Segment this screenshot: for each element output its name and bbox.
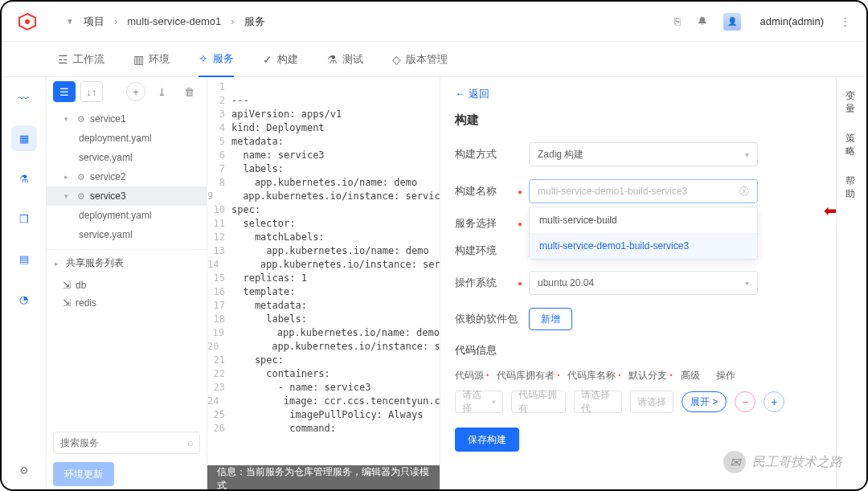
expand-button[interactable]: 展开 > — [682, 391, 727, 412]
code-repo-select[interactable]: 请选择代 — [574, 391, 622, 413]
wechat-icon: ✉ — [723, 451, 746, 473]
dropdown-option-selected[interactable]: multi-service-demo1-build-service3 — [530, 233, 757, 259]
code-branch-select[interactable]: 请选择 — [630, 391, 674, 413]
user-label[interactable]: admin(admin) — [760, 15, 824, 27]
logo-icon — [18, 12, 37, 31]
service-add-button[interactable]: + — [126, 82, 145, 101]
docs-icon[interactable]: ⎘ — [674, 15, 681, 27]
tab-test[interactable]: ⚗测试 — [327, 42, 363, 77]
breadcrumb-page: 服务 — [244, 14, 265, 29]
gear-icon: ⚙ — [77, 114, 85, 125]
rail-monitor-icon[interactable]: ▤ — [11, 246, 37, 272]
code-table-header: 代码源 代码库拥有者 代码库名称 默认分支 高级 操作 — [455, 369, 821, 383]
shared-services-header[interactable]: ▸共享服务列表 — [47, 249, 207, 276]
env-update-button[interactable]: 环境更新 — [53, 462, 114, 486]
version-icon: ◇ — [392, 53, 401, 66]
services-panel: ☰ ↓↑ + ⤓ 🗑 ▾⚙service1 deployment.yaml se… — [47, 77, 207, 491]
label-name: 构建名称 — [455, 184, 518, 198]
shared-service-db[interactable]: ⇲db — [47, 276, 207, 294]
arrow-callout-icon: ⬅ — [824, 201, 836, 220]
service-icon: ✧ — [199, 52, 208, 65]
more-icon[interactable]: ⋮ — [840, 15, 850, 27]
code-source-select[interactable]: 请选择▾ — [455, 391, 503, 413]
rail-settings-icon[interactable]: ⚙ — [11, 457, 37, 483]
code-editor: 12---3apiVersion: apps/v14kind: Deployme… — [207, 77, 440, 491]
env-icon: ▥ — [133, 53, 144, 66]
search-input[interactable] — [53, 432, 200, 454]
build-icon: ✓ — [263, 53, 272, 66]
bell-icon[interactable]: 🔔︎ — [697, 15, 707, 27]
chevron-down-icon: ▾ — [745, 150, 749, 159]
breadcrumb: ▼ 项目 › multi-service-demo1 › 服务 — [61, 14, 674, 29]
code-info-header: 代码信息 — [455, 343, 821, 358]
test-icon: ⚗ — [327, 53, 338, 66]
back-link[interactable]: ← 返回 — [455, 87, 821, 101]
label-deps: 依赖的软件包 — [455, 312, 518, 326]
file-node[interactable]: service.yaml — [47, 148, 207, 167]
remove-row-button[interactable]: − — [735, 391, 755, 412]
tabbar: ☲工作流 ▥环境 ✧服务 ✓构建 ⚗测试 ◇版本管理 — [2, 42, 866, 77]
service-list-mode-button[interactable]: ☰ — [53, 81, 76, 102]
form-title: 构建 — [455, 113, 821, 128]
tab-version[interactable]: ◇版本管理 — [392, 42, 448, 77]
dropdown-option[interactable]: multi-service-build — [530, 207, 757, 233]
gear-icon: ⚙ — [77, 172, 85, 182]
right-rail-help[interactable]: 帮助 — [845, 175, 858, 200]
service-node-service2[interactable]: ▸⚙service2 — [47, 167, 207, 186]
rail-flask-icon[interactable]: ⚗ — [11, 166, 37, 191]
build-method-select[interactable]: Zadig 构建▾ — [529, 142, 758, 166]
clear-icon[interactable]: ⓧ — [739, 185, 749, 198]
add-dep-button[interactable]: 新增 — [529, 308, 572, 330]
right-rail-policy[interactable]: 策略 — [845, 133, 858, 158]
right-rail: 变量 策略 帮助 — [836, 77, 866, 491]
service-delete-icon[interactable]: 🗑 — [178, 81, 200, 102]
file-node[interactable]: deployment.yaml — [47, 129, 207, 148]
service-download-icon[interactable]: ⤓ — [150, 81, 173, 102]
save-build-button[interactable]: 保存构建 — [455, 428, 519, 452]
service-node-service3[interactable]: ▾⚙service3 — [47, 186, 207, 206]
tab-build[interactable]: ✓构建 — [263, 42, 298, 77]
svg-point-1 — [25, 19, 30, 24]
file-node[interactable]: service.yaml — [47, 225, 207, 244]
breadcrumb-root[interactable]: 项目 — [84, 14, 104, 29]
chevron-down-icon: ▾ — [745, 279, 749, 288]
service-sort-button[interactable]: ↓↑ — [80, 81, 103, 102]
tab-workflow[interactable]: ☲工作流 — [58, 42, 104, 77]
editor-banner: 信息：当前服务为仓库管理服务，编辑器为只读模式 — [207, 465, 440, 491]
label-os: 操作系统 — [455, 276, 518, 290]
caret-down-icon[interactable]: ▼ — [66, 17, 74, 26]
rail-cube-icon[interactable]: ❒ — [11, 206, 37, 231]
tab-env[interactable]: ▥环境 — [133, 42, 170, 77]
avatar[interactable]: 👤 — [723, 13, 741, 31]
rail-stats-icon[interactable]: 〰 — [11, 85, 37, 111]
shared-service-redis[interactable]: ⇲redis — [47, 294, 207, 312]
rail-project-icon[interactable]: ▦ — [11, 125, 37, 151]
breadcrumb-project[interactable]: multi-service-demo1 — [127, 15, 221, 27]
label-service: 服务选择 — [455, 216, 518, 231]
build-name-input[interactable]: multi-service-demo1-build-service3ⓧ — [529, 179, 758, 203]
label-env: 构建环境 — [455, 243, 518, 258]
code-area[interactable]: 12---3apiVersion: apps/v14kind: Deployme… — [207, 77, 440, 465]
right-rail-vars[interactable]: 变量 — [845, 90, 858, 115]
name-dropdown: multi-service-build multi-service-demo1-… — [529, 207, 758, 260]
add-row-button[interactable]: + — [764, 391, 784, 412]
share-icon: ⇲ — [63, 297, 71, 309]
rail-chart-icon[interactable]: ◔ — [11, 286, 37, 312]
code-owner-select[interactable]: 代码库拥有 — [511, 391, 566, 413]
file-node[interactable]: deployment.yaml — [47, 206, 207, 225]
search-icon: ⌕ — [187, 436, 194, 448]
watermark: ✉ 民工哥技术之路 — [723, 451, 842, 473]
side-rail: 〰 ▦ ⚗ ❒ ▤ ◔ ⚙ — [2, 77, 47, 491]
build-form: ← 返回 构建 构建方式 Zadig 构建▾ 构建名称 ● multi-serv… — [440, 77, 836, 491]
os-select[interactable]: ubuntu 20.04▾ — [529, 271, 758, 295]
workflow-icon: ☲ — [58, 53, 68, 66]
service-tree: ▾⚙service1 deployment.yaml service.yaml … — [47, 106, 207, 425]
service-node-service1[interactable]: ▾⚙service1 — [47, 109, 207, 129]
share-icon: ⇲ — [63, 280, 71, 291]
label-method: 构建方式 — [455, 147, 518, 162]
gear-icon: ⚙ — [77, 191, 85, 202]
tab-service[interactable]: ✧服务 — [199, 42, 234, 77]
